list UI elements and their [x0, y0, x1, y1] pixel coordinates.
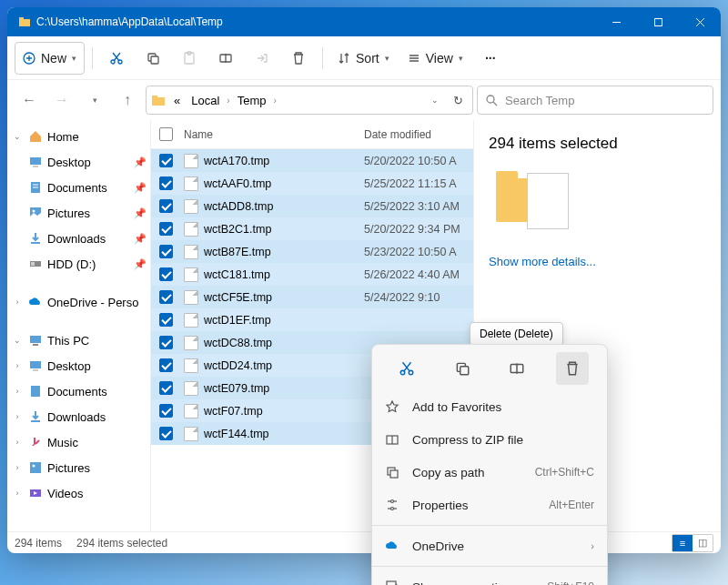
view-details-button[interactable]: ≡ [672, 535, 693, 551]
nav-row: ← → ▾ ↑ « Local › Temp › ⌄ ↻ Search Temp [7, 80, 721, 120]
ctx-zip[interactable]: Compress to ZIP file [372, 423, 607, 456]
sort-button[interactable]: Sort ▾ [330, 42, 397, 75]
ctx-favorites[interactable]: Add to Favorites [372, 390, 607, 423]
table-row[interactable]: wctADD8.tmp 5/25/2022 3:10 AM [151, 195, 473, 217]
row-checkbox[interactable] [159, 199, 173, 213]
breadcrumb-local[interactable]: Local [187, 90, 223, 111]
ctx-onedrive[interactable]: OneDrive › [372, 530, 607, 562]
ctx-shortcut: Shift+F10 [547, 580, 594, 585]
status-bar: 294 items 294 items selected ≡ ◫ [7, 531, 721, 553]
cut-button[interactable] [100, 42, 133, 75]
delete-button[interactable] [282, 42, 315, 75]
row-checkbox[interactable] [159, 222, 173, 236]
row-checkbox[interactable] [159, 381, 173, 395]
row-checkbox[interactable] [159, 358, 173, 372]
chevron-down-icon[interactable]: ⌄ [426, 96, 444, 105]
minimize-button[interactable] [595, 7, 637, 36]
sidebar-item-desktop[interactable]: › Desktop [7, 353, 150, 378]
selection-icon [496, 169, 578, 235]
ctx-copy-button[interactable] [446, 352, 479, 385]
column-name[interactable]: Name [180, 128, 364, 141]
sidebar-item-music[interactable]: › Music [7, 429, 150, 455]
ctx-rename-button[interactable] [500, 352, 533, 385]
ctx-properties[interactable]: Properties Alt+Enter [372, 489, 607, 521]
ctx-copy-path[interactable]: Copy as path Ctrl+Shift+C [372, 456, 607, 489]
sidebar-item-videos[interactable]: › Videos [7, 480, 150, 506]
share-button[interactable] [246, 42, 278, 75]
refresh-button[interactable]: ↻ [448, 94, 469, 107]
table-row[interactable]: wctC181.tmp 5/26/2022 4:40 AM [151, 263, 473, 286]
sidebar-item-downloads[interactable]: › Downloads [7, 404, 150, 429]
breadcrumb-temp[interactable]: Temp [234, 90, 270, 111]
sidebar-item-hddd[interactable]: HDD (D:) 📌 [7, 251, 150, 277]
folder-icon [150, 92, 167, 108]
copy-button[interactable] [136, 42, 169, 75]
recent-button[interactable]: ▾ [80, 86, 109, 115]
file-name: wctB2C1.tmp [204, 223, 271, 236]
sidebar-item-documents[interactable]: Documents 📌 [7, 175, 150, 200]
svg-rect-22 [152, 97, 165, 106]
expand-icon[interactable]: ⌄ [11, 132, 24, 141]
table-row[interactable]: wctA170.tmp 5/20/2022 10:50 A [151, 149, 473, 172]
up-button[interactable]: ↑ [113, 86, 142, 115]
sidebar-item-downloads[interactable]: Downloads 📌 [7, 226, 150, 251]
table-row[interactable]: wctB87E.tmp 5/23/2022 10:50 A [151, 240, 473, 263]
sidebar-item-pictures[interactable]: › Pictures [7, 455, 150, 480]
search-input[interactable]: Search Temp [477, 86, 713, 115]
expand-icon[interactable]: ⌄ [11, 336, 24, 345]
sidebar-item-onedrive[interactable]: › OneDrive - Perso [7, 289, 150, 315]
new-button[interactable]: New ▾ [15, 42, 85, 75]
sidebar-item-pictures[interactable]: Pictures 📌 [7, 200, 150, 226]
file-date: 5/25/2022 11:15 A [364, 177, 473, 190]
ctx-cut-button[interactable] [390, 352, 423, 385]
table-row[interactable]: wctAAF0.tmp 5/25/2022 11:15 A [151, 172, 473, 195]
expand-icon[interactable]: › [11, 412, 24, 421]
table-row[interactable]: wctB2C1.tmp 5/20/2022 9:34 PM [151, 217, 473, 240]
row-checkbox[interactable] [159, 290, 173, 304]
sidebar-item-documents[interactable]: › Documents [7, 378, 150, 404]
row-checkbox[interactable] [159, 245, 173, 258]
select-all-checkbox[interactable] [159, 127, 173, 141]
ctx-delete-button[interactable] [556, 352, 589, 385]
sort-icon [338, 52, 350, 65]
sidebar-item-desktop[interactable]: Desktop 📌 [7, 149, 150, 175]
view-button[interactable]: View ▾ [400, 42, 470, 75]
row-checkbox[interactable] [159, 177, 173, 190]
row-checkbox[interactable] [159, 336, 173, 349]
file-icon [184, 290, 198, 305]
row-checkbox[interactable] [159, 267, 173, 281]
row-checkbox[interactable] [159, 404, 173, 418]
expand-icon[interactable]: › [11, 463, 24, 472]
row-checkbox[interactable] [159, 313, 173, 327]
expand-icon[interactable]: › [11, 387, 24, 396]
show-more-link[interactable]: Show more details... [489, 255, 706, 268]
more-button[interactable]: ··· [474, 42, 507, 75]
ctx-show-more[interactable]: Show more options Shift+F10 [372, 570, 607, 585]
address-bar[interactable]: « Local › Temp › ⌄ ↻ [146, 86, 473, 115]
list-header: Name Date modified [151, 120, 473, 149]
sidebar-item-thispc[interactable]: ⌄ This PC [7, 328, 150, 353]
forward-button[interactable]: → [47, 86, 76, 115]
back-button[interactable]: ← [15, 86, 44, 115]
rename-button[interactable] [209, 42, 242, 75]
expand-icon[interactable]: › [11, 361, 24, 370]
view-thumbs-button[interactable]: ◫ [693, 535, 713, 551]
pin-icon: 📌 [134, 258, 147, 270]
file-date: 5/20/2022 9:34 PM [364, 223, 473, 236]
row-checkbox[interactable] [159, 154, 173, 167]
folder-icon [27, 383, 44, 399]
table-row[interactable]: wctCF5E.tmp 5/24/2022 9:10 [151, 286, 473, 308]
file-icon [184, 222, 198, 237]
sidebar-item-home[interactable]: ⌄ Home [7, 124, 150, 149]
expand-icon[interactable]: › [11, 298, 24, 307]
table-row[interactable]: wctD1EF.tmp [151, 308, 473, 331]
row-checkbox[interactable] [159, 427, 173, 440]
close-button[interactable] [679, 7, 721, 36]
column-date[interactable]: Date modified [364, 128, 473, 141]
expand-icon[interactable]: › [11, 438, 24, 447]
expand-icon[interactable]: › [11, 489, 24, 498]
svg-line-25 [493, 102, 497, 106]
folder-icon [27, 256, 44, 272]
paste-button[interactable] [173, 42, 206, 75]
maximize-button[interactable] [637, 7, 679, 36]
